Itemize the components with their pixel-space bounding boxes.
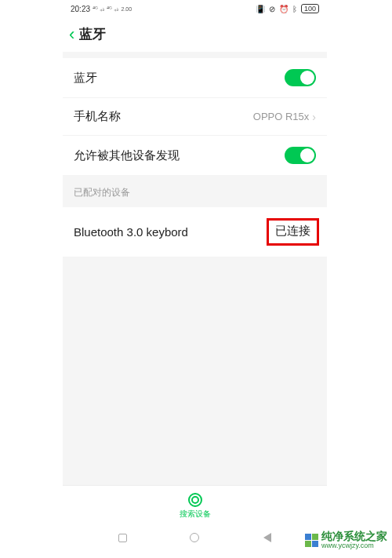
paired-device-row[interactable]: Bluetooth 3.0 keybord 已连接 bbox=[63, 207, 327, 257]
bluetooth-icon: ᛒ bbox=[292, 5, 297, 13]
signal-indicator-1: ⁴ᴳ ₊ᵢₗ bbox=[93, 5, 104, 13]
section-paired-label: 已配对的设备 bbox=[63, 175, 327, 207]
watermark: 纯净系统之家 www.ycwjzy.com bbox=[305, 531, 387, 550]
discoverable-toggle[interactable] bbox=[285, 147, 316, 164]
search-devices-button[interactable]: 搜索设备 bbox=[63, 485, 327, 526]
settings-group-main: 蓝牙 手机名称 OPPO R15x › 允许被其他设备发现 bbox=[63, 58, 327, 175]
search-label: 搜索设备 bbox=[180, 509, 211, 520]
watermark-url: www.ycwjzy.com bbox=[321, 542, 387, 550]
system-nav-bar bbox=[63, 526, 327, 549]
status-bar: 20:23 ⁴ᴳ ₊ᵢₗ ⁴ᴳ ₊ᵢₗ 2.00 📳 ⊘ ⏰ ᛒ 100 bbox=[63, 0, 327, 17]
row-discoverable-label: 允许被其他设备发现 bbox=[74, 148, 180, 163]
status-left: 20:23 ⁴ᴳ ₊ᵢₗ ⁴ᴳ ₊ᵢₗ 2.00 bbox=[71, 5, 132, 13]
search-target-icon bbox=[188, 493, 202, 507]
dnd-icon: ⊘ bbox=[269, 5, 275, 13]
device-status-badge: 已连接 bbox=[267, 218, 319, 246]
alarm-icon: ⏰ bbox=[279, 5, 289, 13]
row-phone-name-value: OPPO R15x › bbox=[253, 111, 316, 123]
settings-content: 蓝牙 手机名称 OPPO R15x › 允许被其他设备发现 已配对的设备 Blu… bbox=[63, 52, 327, 485]
signal-indicator-2: ⁴ᴳ ₊ᵢₗ bbox=[107, 5, 118, 13]
nav-back-button[interactable] bbox=[262, 532, 273, 543]
empty-area bbox=[63, 257, 327, 485]
watermark-cn: 纯净系统之家 bbox=[321, 531, 387, 542]
watermark-logo-icon bbox=[305, 534, 318, 547]
status-right: 📳 ⊘ ⏰ ᛒ 100 bbox=[256, 4, 319, 13]
network-speed: 2.00 bbox=[122, 6, 132, 12]
row-phone-name-label: 手机名称 bbox=[74, 109, 121, 124]
row-discoverable[interactable]: 允许被其他设备发现 bbox=[63, 135, 327, 175]
row-bluetooth[interactable]: 蓝牙 bbox=[63, 58, 327, 97]
nav-recent-button[interactable] bbox=[117, 532, 128, 543]
chevron-right-icon: › bbox=[312, 111, 316, 123]
nav-home-button[interactable] bbox=[189, 532, 200, 543]
watermark-text: 纯净系统之家 www.ycwjzy.com bbox=[321, 531, 387, 550]
page-title: 蓝牙 bbox=[79, 25, 106, 43]
row-bluetooth-label: 蓝牙 bbox=[74, 71, 97, 86]
device-name: Bluetooth 3.0 keybord bbox=[74, 225, 188, 239]
phone-name-text: OPPO R15x bbox=[253, 111, 310, 122]
page-header: ‹ 蓝牙 bbox=[63, 17, 327, 52]
vibrate-icon: 📳 bbox=[256, 5, 265, 13]
status-time: 20:23 bbox=[71, 5, 90, 13]
battery-indicator: 100 bbox=[301, 4, 319, 13]
row-phone-name[interactable]: 手机名称 OPPO R15x › bbox=[63, 97, 327, 135]
bluetooth-toggle[interactable] bbox=[285, 69, 316, 86]
back-icon[interactable]: ‹ bbox=[69, 24, 74, 45]
phone-screen: 20:23 ⁴ᴳ ₊ᵢₗ ⁴ᴳ ₊ᵢₗ 2.00 📳 ⊘ ⏰ ᛒ 100 ‹ 蓝… bbox=[63, 0, 327, 549]
